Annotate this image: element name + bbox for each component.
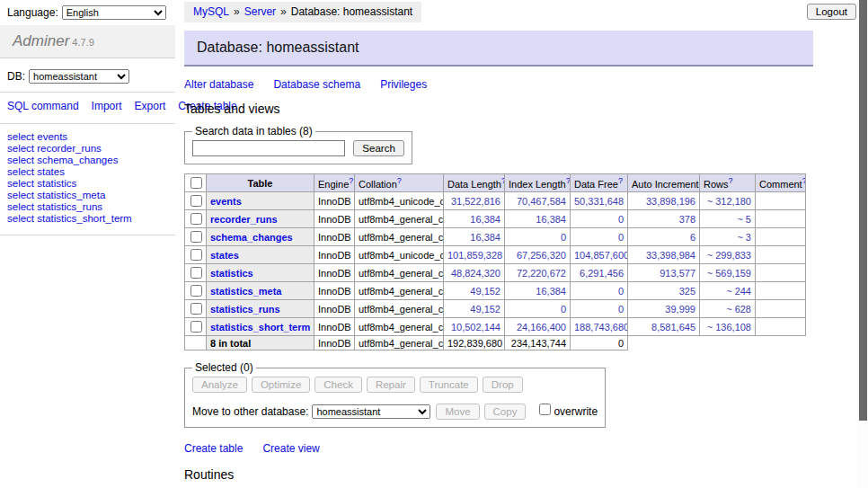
auto-increment-cell: 8,581,645 (628, 318, 700, 336)
data-free-cell: 104,857,600 (571, 246, 628, 264)
drop-button[interactable]: Drop (483, 377, 523, 393)
row-checkbox[interactable] (190, 303, 202, 315)
rows-cell: ~ 5 (700, 210, 756, 228)
rows-cell: ~ 3 (700, 228, 756, 246)
engine-cell: InnoDB (314, 228, 355, 246)
link-alter-database[interactable]: Alter database (184, 78, 253, 91)
row-checkbox[interactable] (190, 213, 202, 225)
sidebar-select-statistics-meta[interactable]: select statistics_meta (7, 190, 168, 201)
row-checkbox-cell (185, 210, 207, 228)
row-checkbox[interactable] (190, 267, 202, 279)
sidebar-select-events[interactable]: select events (7, 131, 168, 143)
comment-cell (756, 282, 806, 300)
index-length-cell: 16,384 (505, 210, 571, 228)
sidebar-link-sql-command[interactable]: SQL command (7, 100, 79, 112)
search-input[interactable] (192, 140, 345, 156)
total-spacer-cell (185, 336, 207, 350)
breadcrumb-link-server[interactable]: Server (244, 5, 276, 18)
sidebar-select-schema-changes[interactable]: select schema_changes (7, 155, 168, 166)
scrollbar-thumb[interactable] (859, 0, 867, 421)
sidebar-link-import[interactable]: Import (92, 100, 122, 112)
table-row: eventsInnoDButf8mb4_unicode_ci31,522,816… (185, 192, 806, 210)
logout-button[interactable]: Logout (807, 4, 856, 20)
index-length-cell: 16,384 (505, 282, 571, 300)
table-link-statistics-meta[interactable]: statistics_meta (210, 286, 282, 297)
help-icon[interactable]: ? (729, 176, 733, 185)
sidebar-select-statistics[interactable]: select statistics (7, 178, 168, 190)
row-checkbox[interactable] (190, 249, 202, 261)
sidebar-select-recorder-runs[interactable]: select recorder_runs (7, 143, 168, 155)
data-free-cell: 0 (571, 336, 628, 350)
help-icon[interactable]: ? (802, 176, 806, 185)
comment-cell (756, 210, 806, 228)
table-row: statisticsInnoDButf8mb4_general_ci48,824… (185, 264, 806, 282)
table-name-cell: statistics_short_term (207, 318, 314, 336)
row-checkbox[interactable] (190, 285, 202, 297)
index-length-cell: 67,256,320 (505, 246, 571, 264)
breadcrumb-current: Database: homeassistant (291, 5, 412, 18)
language-select[interactable]: English (62, 5, 166, 20)
move-db-select[interactable]: homeassistant (312, 404, 430, 419)
optimize-button[interactable]: Optimize (252, 377, 310, 393)
table-name-cell: statistics_runs (207, 300, 314, 318)
breadcrumb-link-mysql[interactable]: MySQL (193, 5, 229, 18)
move-button[interactable]: Move (436, 404, 479, 420)
check-button[interactable]: Check (314, 377, 362, 393)
data-length-cell: 16,384 (444, 228, 505, 246)
rows-cell: ~ 136,108 (700, 318, 756, 336)
sidebar-select-states[interactable]: select states (7, 166, 168, 178)
table-link-recorder-runs[interactable]: recorder_runs (210, 214, 278, 225)
select-all-checkbox[interactable] (190, 177, 202, 189)
comment-cell (756, 192, 806, 210)
breadcrumb-separator: » (280, 5, 287, 18)
table-link-schema-changes[interactable]: schema_changes (210, 232, 293, 243)
help-icon[interactable]: ? (397, 176, 402, 185)
sidebar-select-statistics-short-term[interactable]: select statistics_short_term (7, 213, 168, 225)
link-create-table[interactable]: Create table (184, 442, 243, 455)
table-link-states[interactable]: states (210, 250, 239, 261)
truncate-button[interactable]: Truncate (420, 377, 478, 393)
table-link-statistics-short-term[interactable]: statistics_short_term (210, 322, 310, 333)
auto-increment-cell: 913,577 (628, 264, 700, 282)
help-icon[interactable]: ? (501, 176, 505, 185)
sidebar-table-links: select eventsselect recorder_runsselect … (0, 124, 175, 226)
table-link-statistics[interactable]: statistics (210, 268, 253, 279)
repair-button[interactable]: Repair (367, 377, 415, 393)
sidebar-select-statistics-runs[interactable]: select statistics_runs (7, 201, 168, 213)
link-database-schema[interactable]: Database schema (273, 78, 360, 91)
database-action-links: Alter databaseDatabase schemaPrivileges (184, 78, 813, 91)
overwrite-checkbox[interactable] (539, 404, 551, 415)
rows-cell: ~ 244 (700, 282, 756, 300)
table-name-cell: statistics_meta (207, 282, 314, 300)
help-icon[interactable]: ? (618, 176, 623, 185)
sidebar-divider (0, 235, 175, 235)
row-checkbox-cell (185, 192, 207, 210)
copy-button[interactable]: Copy (484, 404, 527, 420)
table-link-events[interactable]: events (210, 196, 242, 207)
engine-cell: InnoDB (314, 264, 355, 282)
analyze-button[interactable]: Analyze (192, 377, 247, 393)
index-length-cell: 0 (505, 300, 571, 318)
sidebar-link-export[interactable]: Export (135, 100, 166, 112)
search-button[interactable]: Search (353, 140, 403, 156)
db-select[interactable]: homeassistant (29, 69, 129, 84)
row-checkbox[interactable] (190, 231, 202, 243)
row-checkbox[interactable] (190, 321, 202, 333)
tables-overview: TableEngine?Collation?Data Length?Index … (184, 173, 806, 350)
collation-cell: utf8mb4_unicode_ci (355, 246, 444, 264)
scrollbar[interactable] (857, 0, 868, 488)
row-checkbox[interactable] (190, 195, 202, 207)
selected-buttons-row: AnalyzeOptimizeCheckRepairTruncateDrop (192, 377, 598, 393)
help-icon[interactable]: ? (566, 176, 571, 185)
help-icon[interactable]: ? (349, 176, 353, 185)
table-link-statistics-runs[interactable]: statistics_runs (210, 304, 280, 315)
column-header-rows: Rows? (700, 174, 756, 192)
table-name-cell: statistics (207, 264, 314, 282)
link-create-view[interactable]: Create view (262, 442, 319, 455)
language-label: Language: (7, 6, 58, 19)
data-length-cell: 49,152 (444, 282, 505, 300)
move-row: Move to other database:homeassistantMove… (192, 401, 598, 420)
engine-cell: InnoDB (314, 210, 355, 228)
selected-legend: Selected (0) (192, 361, 256, 374)
link-privileges[interactable]: Privileges (380, 78, 427, 91)
